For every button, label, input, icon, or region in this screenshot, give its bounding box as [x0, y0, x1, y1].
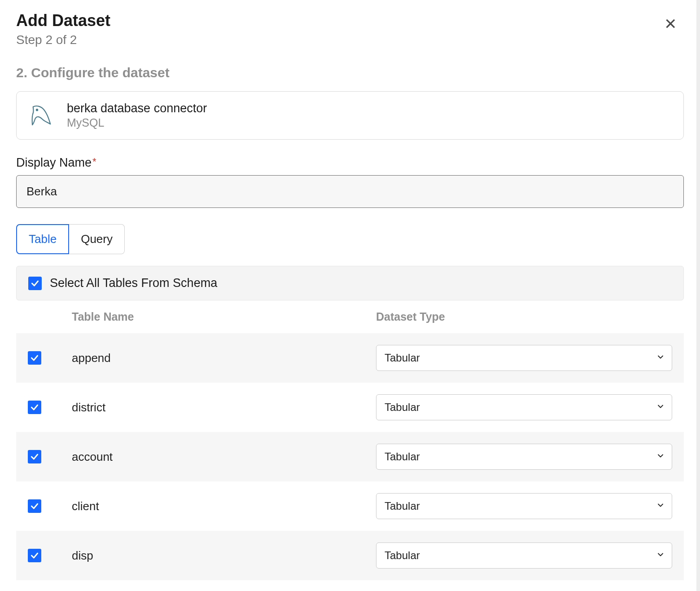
dataset-type-value: Tabular: [385, 500, 420, 512]
tables-list: Table Name Dataset Type append Tabular d…: [16, 300, 684, 580]
select-all-bar: Select All Tables From Schema: [16, 266, 684, 300]
connector-name: berka database connector: [67, 101, 207, 115]
dataset-type-value: Tabular: [385, 352, 420, 364]
tab-table[interactable]: Table: [16, 224, 69, 254]
dataset-type-select[interactable]: Tabular: [376, 493, 672, 519]
row-checkbox[interactable]: [28, 499, 41, 513]
table-row: disp Tabular: [16, 531, 684, 580]
row-table-name: client: [64, 499, 376, 513]
select-all-label: Select All Tables From Schema: [50, 276, 217, 290]
row-checkbox[interactable]: [28, 351, 41, 365]
row-table-name: district: [64, 401, 376, 415]
svg-point-0: [36, 109, 38, 110]
table-row: account Tabular: [16, 432, 684, 481]
header-titles: Add Dataset Step 2 of 2: [16, 11, 110, 47]
dataset-type-value: Tabular: [385, 401, 420, 414]
required-indicator-icon: *: [92, 156, 96, 167]
connector-texts: berka database connector MySQL: [67, 101, 207, 129]
close-button[interactable]: ✕: [662, 14, 678, 33]
table-row: append Tabular: [16, 333, 684, 383]
row-table-name: account: [64, 450, 376, 464]
column-header-dataset-type: Dataset Type: [376, 310, 672, 323]
display-name-label: Display Name*: [16, 156, 684, 170]
row-table-name: disp: [64, 549, 376, 563]
dataset-type-select[interactable]: Tabular: [376, 444, 672, 470]
vertical-scrollbar-track[interactable]: [696, 0, 700, 591]
tab-query[interactable]: Query: [69, 224, 125, 254]
checkmark-icon: [30, 353, 39, 362]
table-header-row: Table Name Dataset Type: [16, 300, 684, 333]
modal-header: Add Dataset Step 2 of 2 ✕: [16, 11, 684, 47]
mode-tabs: Table Query: [16, 224, 684, 254]
checkmark-icon: [31, 279, 39, 288]
dataset-type-select[interactable]: Tabular: [376, 345, 672, 371]
row-table-name: append: [64, 351, 376, 365]
row-checkbox[interactable]: [28, 549, 41, 562]
mysql-dolphin-icon: [29, 103, 54, 128]
checkmark-icon: [30, 403, 39, 412]
row-checkbox[interactable]: [28, 450, 41, 463]
select-all-checkbox[interactable]: [28, 277, 42, 290]
dataset-type-value: Tabular: [385, 450, 420, 463]
checkmark-icon: [30, 452, 39, 461]
connector-card: berka database connector MySQL: [16, 91, 684, 140]
dataset-type-value: Tabular: [385, 549, 420, 562]
table-row: client Tabular: [16, 481, 684, 531]
section-title: 2. Configure the dataset: [16, 65, 684, 80]
column-header-table-name: Table Name: [64, 310, 376, 323]
checkmark-icon: [30, 502, 39, 511]
dataset-type-select[interactable]: Tabular: [376, 542, 672, 569]
table-row: district Tabular: [16, 383, 684, 432]
display-name-label-text: Display Name: [16, 156, 92, 169]
display-name-input[interactable]: [16, 175, 684, 208]
step-indicator: Step 2 of 2: [16, 33, 110, 47]
row-checkbox[interactable]: [28, 401, 41, 414]
connector-type: MySQL: [67, 116, 207, 129]
dataset-type-select[interactable]: Tabular: [376, 394, 672, 420]
modal-title: Add Dataset: [16, 11, 110, 30]
checkmark-icon: [30, 551, 39, 560]
close-icon: ✕: [664, 15, 677, 32]
